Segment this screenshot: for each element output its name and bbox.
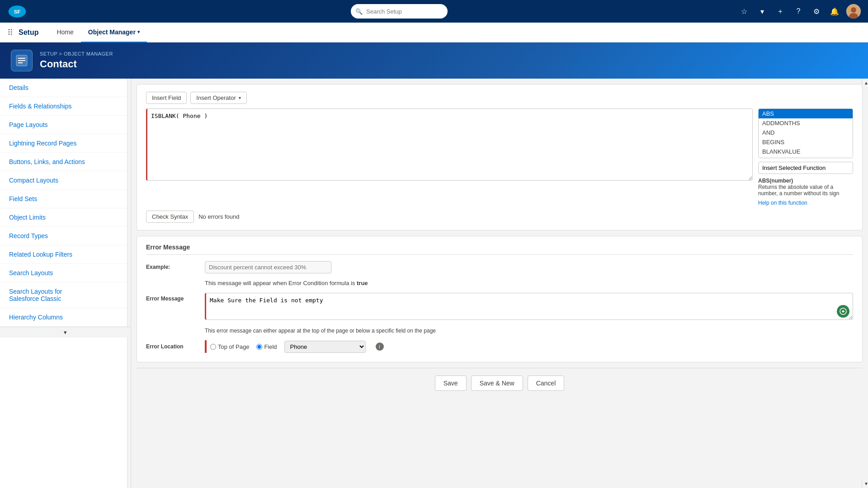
top-nav-right: ☆ ▾ ＋ ? ⚙ 🔔: [738, 4, 861, 19]
sidebar-item-search-layouts[interactable]: Search Layouts: [0, 264, 131, 282]
sidebar-item-buttons-links[interactable]: Buttons, Links, and Actions: [0, 153, 131, 171]
sidebar-item-compact-layouts[interactable]: Compact Layouts: [0, 171, 131, 190]
add-icon[interactable]: ＋: [774, 5, 787, 18]
top-nav: SF 🔍 ☆ ▾ ＋ ? ⚙ 🔔: [0, 0, 868, 23]
svg-rect-8: [18, 62, 23, 63]
field-select[interactable]: Phone Email Name Account Name Title: [284, 341, 366, 353]
error-message-control: Make Sure the Field is not empty: [205, 293, 853, 321]
main-layout: Details Fields & Relationships Page Layo…: [0, 79, 868, 488]
object-icon: [11, 50, 33, 71]
sidebar-item-hierarchy[interactable]: Hierarchy Columns: [0, 308, 131, 327]
breadcrumb-object-manager[interactable]: OBJECT MANAGER: [64, 51, 113, 56]
sidebar-scroll-down[interactable]: ▾: [0, 327, 131, 338]
function-list[interactable]: ABS ADDMONTHS AND BEGINS BLANKVALUE BR: [758, 108, 853, 158]
info-icon[interactable]: i: [376, 343, 384, 351]
sidebar-item-lightning-record-pages[interactable]: Lightning Record Pages: [0, 134, 131, 153]
page-title: Contact: [40, 58, 113, 70]
app-nav: ⠿ Setup Home Object Manager ▾: [0, 23, 868, 42]
error-message-row: Error Message Make Sure the Field is not…: [146, 293, 853, 321]
svg-text:SF: SF: [14, 9, 21, 14]
example-row: Example:: [146, 261, 853, 273]
check-syntax-row: Check Syntax No errors found: [146, 211, 853, 223]
function-item-blankvalue[interactable]: BLANKVALUE: [759, 147, 853, 156]
function-item-br[interactable]: BR: [759, 156, 853, 158]
sidebar-item-page-layouts[interactable]: Page Layouts: [0, 116, 131, 134]
function-item-addmonths[interactable]: ADDMONTHS: [759, 118, 853, 128]
condition-help-text: This message will appear when Error Cond…: [205, 280, 853, 286]
insert-operator-button[interactable]: Insert Operator ▾: [190, 92, 246, 104]
cancel-button[interactable]: Cancel: [528, 375, 565, 391]
sidebar-item-object-limits[interactable]: Object Limits: [0, 208, 131, 227]
sidebar: Details Fields & Relationships Page Layo…: [0, 79, 131, 488]
header-text: SETUP > OBJECT MANAGER Contact: [40, 51, 113, 70]
help-on-function-link[interactable]: Help on this function: [758, 200, 807, 206]
operator-dropdown-arrow: ▾: [239, 95, 241, 100]
formula-editor-area: ISBLANK( Phone ) ABS ADDMONTHS AND BEGIN…: [146, 108, 853, 206]
error-location-row: Error Location Top of Page Field Phone E…: [146, 340, 853, 353]
chevron-down-icon: ▾: [137, 29, 140, 34]
sidebar-item-related-lookup[interactable]: Related Lookup Filters: [0, 245, 131, 264]
nav-item-home[interactable]: Home: [49, 23, 80, 42]
settings-icon[interactable]: ⚙: [810, 5, 823, 18]
function-selector: ABS ADDMONTHS AND BEGINS BLANKVALUE BR I…: [758, 108, 853, 206]
scroll-top-arrow[interactable]: ▲: [862, 79, 868, 87]
notifications-icon[interactable]: 🔔: [828, 5, 841, 18]
app-name: Setup: [19, 28, 38, 37]
formula-textarea[interactable]: ISBLANK( Phone ): [146, 108, 753, 181]
footer-actions: Save Save & New Cancel: [137, 368, 863, 398]
search-container: 🔍: [344, 0, 524, 23]
radio-field[interactable]: Field: [256, 343, 277, 350]
save-button[interactable]: Save: [435, 375, 467, 391]
svg-rect-7: [18, 60, 25, 61]
error-section-title: Error Message: [146, 244, 853, 255]
sidebar-item-fields[interactable]: Fields & Relationships: [0, 97, 131, 116]
avatar[interactable]: [846, 4, 861, 19]
sidebar-item-record-types[interactable]: Record Types: [0, 227, 131, 245]
sidebar-item-search-layouts-classic[interactable]: Search Layouts forSalesforce Classic: [0, 282, 131, 308]
function-item-and[interactable]: AND: [759, 128, 853, 137]
svg-point-3: [851, 7, 856, 13]
error-message-label: Error Message: [146, 293, 205, 302]
nav-item-object-manager[interactable]: Object Manager ▾: [81, 23, 147, 42]
example-label: Example:: [146, 261, 205, 270]
favorites-dropdown-icon[interactable]: ▾: [756, 5, 769, 18]
insert-field-button[interactable]: Insert Field: [146, 92, 187, 104]
error-location-indicator: [205, 340, 207, 353]
example-control: [205, 261, 853, 273]
example-input[interactable]: [205, 261, 331, 273]
help-icon[interactable]: ?: [792, 5, 805, 18]
search-icon: 🔍: [355, 8, 363, 15]
function-description: ABS(number) Returns the absolute value o…: [758, 178, 853, 197]
sidebar-item-details[interactable]: Details: [0, 79, 131, 97]
function-item-abs[interactable]: ABS: [759, 109, 853, 118]
formula-textarea-wrap: ISBLANK( Phone ): [146, 108, 753, 206]
search-input[interactable]: [351, 4, 448, 19]
sidebar-item-field-sets[interactable]: Field Sets: [0, 190, 131, 208]
page-header: SETUP > OBJECT MANAGER Contact: [0, 42, 868, 79]
favorites-icon[interactable]: ☆: [738, 5, 750, 18]
svg-rect-6: [18, 58, 25, 59]
formula-editor-section: Insert Field Insert Operator ▾ ISBLANK( …: [137, 84, 863, 230]
syntax-result: No errors found: [198, 213, 239, 220]
content-area: ▲ Insert Field Insert Operator ▾ ISBLANK…: [131, 79, 868, 488]
breadcrumb-setup[interactable]: SETUP: [40, 51, 57, 56]
radio-group: Top of Page Field Phone Email Name Accou…: [210, 341, 384, 353]
scroll-bottom-arrow[interactable]: ▼: [862, 479, 868, 488]
radio-top-of-page[interactable]: Top of Page: [210, 343, 249, 350]
error-message-textarea[interactable]: Make Sure the Field is not empty: [205, 293, 853, 320]
breadcrumb: SETUP > OBJECT MANAGER: [40, 51, 113, 56]
ai-assist-button[interactable]: [837, 305, 849, 318]
salesforce-logo[interactable]: SF: [7, 4, 27, 19]
error-location-label: Error Location: [146, 343, 205, 350]
below-field-text: This error message can either appear at …: [205, 328, 853, 334]
insert-selected-function-button[interactable]: Insert Selected Function: [758, 162, 853, 174]
check-syntax-button[interactable]: Check Syntax: [146, 211, 194, 223]
radio-top-of-page-input[interactable]: [210, 344, 216, 350]
grid-icon[interactable]: ⠿: [7, 28, 13, 38]
save-new-button[interactable]: Save & New: [471, 375, 523, 391]
formula-toolbar: Insert Field Insert Operator ▾: [146, 92, 853, 104]
sidebar-nav: Details Fields & Relationships Page Layo…: [0, 79, 131, 327]
radio-field-input[interactable]: [256, 344, 262, 350]
error-message-section: Error Message Example: This message will…: [137, 236, 863, 362]
function-item-begins[interactable]: BEGINS: [759, 137, 853, 147]
